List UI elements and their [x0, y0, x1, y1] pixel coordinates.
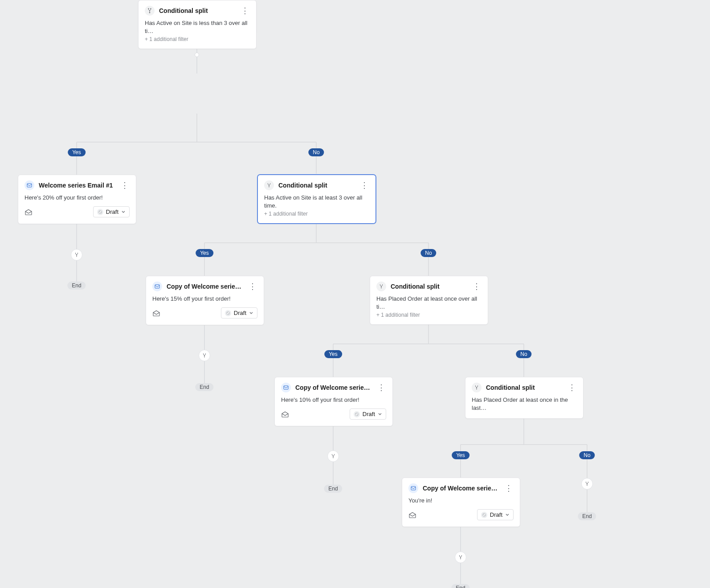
yes-pill: Yes: [196, 249, 213, 257]
chevron-down-icon: [121, 210, 126, 214]
no-pill: No: [308, 148, 324, 156]
card-title: Conditional split: [159, 7, 208, 14]
card-subtext: + 1 additional filter: [264, 211, 369, 217]
card-desc: Here's 10% off your first order!: [281, 396, 386, 404]
email-card[interactable]: Welcome series Email #1 ⋮ Here's 20% off…: [18, 175, 136, 224]
conditional-split-card[interactable]: Conditional split ⋮ Has Placed Order at …: [370, 276, 488, 325]
card-desc: Has Placed Order at least once in the la…: [472, 396, 577, 412]
split-node-icon[interactable]: [327, 450, 339, 462]
card-desc: You're in!: [408, 497, 514, 505]
card-title: Conditional split: [278, 182, 327, 189]
status-label: Draft: [363, 411, 375, 417]
more-icon[interactable]: ⋮: [472, 282, 481, 290]
email-card[interactable]: Copy of Welcome series Em… ⋮ You're in! …: [402, 478, 520, 527]
card-desc: Has Active on Site is less than 3 over a…: [145, 19, 250, 35]
card-subtext: + 1 additional filter: [145, 36, 250, 42]
card-title: Copy of Welcome series Em…: [423, 485, 498, 492]
no-pill: No: [420, 249, 436, 257]
mail-icon: [408, 483, 418, 493]
svg-rect-9: [411, 486, 416, 490]
more-icon[interactable]: ⋮: [567, 384, 577, 392]
more-icon[interactable]: ⋮: [359, 181, 369, 189]
mail-icon: [24, 180, 34, 190]
more-icon[interactable]: ⋮: [120, 181, 130, 189]
svg-rect-5: [155, 285, 159, 288]
yes-pill: Yes: [324, 350, 342, 358]
split-icon: [145, 6, 155, 16]
split-node-icon[interactable]: [199, 350, 210, 361]
status-dot-icon: [225, 310, 231, 316]
conditional-split-card[interactable]: Conditional split ⋮ Has Active on Site i…: [257, 175, 376, 224]
card-title: Conditional split: [486, 384, 535, 391]
status-label: Draft: [490, 511, 502, 518]
card-desc: Here's 15% off your first order!: [152, 295, 257, 303]
conditional-split-card[interactable]: Conditional split ⋮ Has Placed Order at …: [465, 377, 584, 419]
more-icon[interactable]: ⋮: [376, 384, 386, 392]
open-mail-icon: [24, 209, 33, 215]
status-dot-icon: [481, 512, 487, 518]
email-card[interactable]: Copy of Welcome series Em… ⋮ Here's 15% …: [146, 276, 264, 325]
status-dropdown[interactable]: Draft: [477, 509, 514, 520]
no-pill: No: [516, 350, 531, 358]
split-node-icon[interactable]: [455, 551, 466, 563]
end-pill: End: [578, 512, 596, 520]
mail-icon: [281, 383, 291, 392]
split-icon: [264, 180, 274, 190]
split-node-icon[interactable]: [71, 249, 82, 261]
end-pill: End: [324, 485, 342, 493]
chevron-down-icon: [505, 513, 510, 517]
yes-pill: Yes: [452, 451, 469, 459]
more-icon[interactable]: ⋮: [248, 282, 257, 290]
card-title: Copy of Welcome series Em…: [295, 384, 371, 391]
svg-rect-3: [27, 184, 32, 187]
card-desc: Has Active on Site is at least 3 over al…: [264, 194, 369, 210]
open-mail-icon: [152, 310, 160, 316]
card-title: Welcome series Email #1: [39, 182, 113, 189]
end-pill: End: [451, 584, 469, 588]
end-pill: End: [67, 282, 86, 290]
split-icon: [376, 282, 386, 291]
more-icon[interactable]: ⋮: [240, 7, 250, 15]
no-pill: No: [579, 451, 595, 459]
card-desc: Here's 20% off your first order!: [24, 194, 130, 202]
card-title: Conditional split: [391, 283, 440, 290]
conditional-split-card[interactable]: Conditional split ⋮ Has Active on Site i…: [138, 0, 257, 49]
svg-rect-7: [284, 386, 288, 389]
end-pill: End: [195, 383, 213, 391]
open-mail-icon: [281, 411, 289, 417]
status-label: Draft: [106, 208, 118, 215]
card-subtext: + 1 additional filter: [376, 312, 481, 318]
status-dropdown[interactable]: Draft: [221, 307, 257, 318]
chevron-down-icon: [249, 311, 253, 315]
status-dropdown[interactable]: Draft: [93, 206, 130, 217]
split-icon: [472, 383, 481, 392]
yes-pill: Yes: [68, 148, 86, 156]
more-icon[interactable]: ⋮: [504, 484, 514, 492]
split-node-icon[interactable]: [581, 478, 593, 490]
card-desc: Has Placed Order at least once over all …: [376, 295, 481, 311]
chevron-down-icon: [378, 412, 382, 416]
connector-dot: [195, 53, 199, 57]
card-title: Copy of Welcome series Em…: [167, 283, 242, 290]
mail-icon: [152, 282, 162, 291]
status-label: Draft: [234, 310, 246, 316]
flow-canvas[interactable]: Trigger When someone is added to Main li…: [0, 0, 710, 588]
open-mail-icon: [408, 512, 416, 518]
status-dropdown[interactable]: Draft: [350, 408, 386, 420]
status-dot-icon: [97, 209, 103, 215]
status-dot-icon: [354, 411, 360, 417]
email-card[interactable]: Copy of Welcome series Em… ⋮ Here's 10% …: [274, 377, 393, 426]
